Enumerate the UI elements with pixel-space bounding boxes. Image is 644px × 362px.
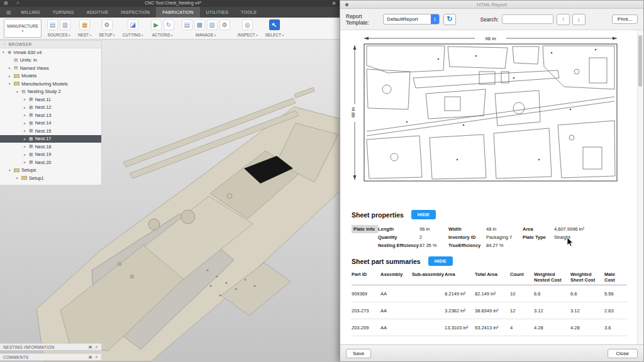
search-input[interactable] [502,14,553,24]
expand-icon[interactable] [24,113,29,117]
dock-icon[interactable]: ▣ [88,344,92,349]
tree-item-nest-12[interactable]: Nest.12 [0,104,101,112]
group-label-nest[interactable]: NEST [78,33,91,37]
app-grid-icon[interactable]: ▦ [4,1,8,6]
tab-turning[interactable]: TURNING [47,7,80,18]
refresh-button[interactable]: ↻ [443,14,457,25]
search-label: Search: [480,16,498,23]
group-label-cutting[interactable]: CUTTING [123,33,143,37]
expand-icon[interactable] [24,106,29,109]
report-template-dropdown[interactable]: DefaultReport ▴▾ [383,14,440,25]
table-row: 203-209 AA 13.3103 in² 53.2413 in² 4 4.2… [352,319,627,336]
group-label-actions[interactable]: ACTIONS [152,33,173,37]
tree-item-nest-19[interactable]: Nest.19 [0,151,101,159]
scrollbar-track[interactable] [637,30,643,344]
group-label-inspect[interactable]: INSPECT [238,33,258,37]
expand-icon[interactable] [3,50,8,54]
expand-icon[interactable] [9,168,14,172]
find-previous-button[interactable]: ↑ [557,14,570,25]
expand-icon[interactable] [16,90,21,94]
inspect-probe-icon[interactable] [242,19,253,30]
toolbar-group-sources: SOURCES [45,19,72,38]
manage-stack-icon[interactable] [207,19,218,30]
group-label-sources[interactable]: SOURCES [47,33,70,37]
tree-item-nest-14[interactable]: Nest.14 [0,119,101,128]
sheet-part-summaries-title: Sheet part summaries [352,258,421,265]
expand-icon[interactable] [9,82,14,85]
expand-icon[interactable] [24,145,29,148]
collapse-icon[interactable]: ∧ [95,354,98,359]
cutting-icon[interactable] [128,19,138,30]
browser-header[interactable]: ∷ BROWSER [0,41,101,48]
nest-icon [29,112,33,118]
close-button[interactable]: Close [608,349,638,358]
tab-fabrication[interactable]: FABRICATION [156,7,199,18]
generate-icon[interactable] [164,19,174,30]
nest-icon[interactable] [79,19,90,30]
tree-item-nest-17-selected[interactable]: Nest.17 [0,135,101,143]
table-row: 203-273 AA 3.2362 in² 38.8349 in² 12 3.1… [352,302,627,319]
save-button[interactable]: Save [346,349,371,358]
dropdown-arrows-icon: ▴▾ [431,14,439,24]
select-cursor-icon[interactable] [269,19,280,30]
tree-item-models[interactable]: Models [0,72,101,80]
tab-inspection[interactable]: INSPECTION [114,7,156,18]
tab-milling[interactable]: MILLING [15,7,47,18]
tree-item-nesting-study[interactable]: Nesting Study 2 [0,88,101,96]
expand-icon[interactable] [16,176,21,180]
plate-info-table: Plate info Length 96 in Width 48 in Area… [352,225,623,250]
tree-item-root[interactable]: Vimek 630 v4 [0,48,101,57]
tree-label: Nest.15 [35,128,52,134]
hide-part-summaries-button[interactable]: HIDE [428,256,453,266]
manufacture-dropdown[interactable]: MANUFACTURE ▾ [4,19,42,38]
close-icon[interactable]: ✕ [330,0,338,7]
manage-gear-icon[interactable] [219,19,230,30]
report-titlebar[interactable]: HTML Report [340,1,643,9]
tree-item-nest-11[interactable]: Nest.11 [0,96,101,104]
scrollbar-thumb[interactable] [638,35,642,87]
tree-item-nest-18[interactable]: Nest.18 [0,143,101,151]
comments-panel[interactable]: COMMENTS ▣ ∧ [0,353,102,361]
dock-icon[interactable]: ▣ [88,354,92,359]
tab-tools[interactable]: TOOLS [235,7,263,18]
group-label-select[interactable]: SELECT [265,33,284,37]
tab-utilities[interactable]: UTILITIES [200,7,235,18]
expand-icon[interactable] [24,153,29,156]
expand-icon[interactable] [24,137,29,141]
expand-icon[interactable] [24,160,29,164]
manage-grid-icon[interactable] [194,19,205,30]
find-next-button[interactable]: ↓ [572,14,586,25]
tree-item-nest-20[interactable]: Nest.20 [0,158,101,167]
group-label-setup[interactable]: SETUP [99,33,115,37]
tree-item-nest-13[interactable]: Nest.13 [0,111,101,119]
table-header-row: Part ID Assembly Sub-assembly Area Total… [352,272,627,285]
source-stack-icon[interactable] [60,19,70,30]
tree-item-nest-15[interactable]: Nest.15 [0,127,101,135]
source-sheet-icon[interactable] [47,19,58,30]
tree-item-named-views[interactable]: Named Views [0,64,101,72]
tree-item-setup1[interactable]: Setup1 [0,174,101,182]
hide-sheet-properties-button[interactable]: HIDE [411,210,436,219]
group-label-manage[interactable]: MANAGE [196,33,216,37]
tree-item-setups[interactable]: Setups [0,167,101,175]
collapse-icon[interactable]: ∧ [95,344,98,349]
visibility-icon[interactable] [8,50,11,55]
tree-item-units[interactable]: Units: in [0,57,101,65]
tab-additive[interactable]: ADDITIVE [80,7,115,18]
expand-icon[interactable] [9,66,14,70]
simulate-icon[interactable] [151,19,162,30]
html-report-window: HTML Report Report Template: DefaultRepo… [340,0,644,362]
expand-icon[interactable] [9,74,14,78]
toolbar-group-manage: MANAGE [180,19,232,38]
menu-icon[interactable]: ≡ [16,1,19,5]
expand-icon[interactable] [24,121,29,125]
nesting-information-panel[interactable]: NESTING INFORMATION ▣ ∧ [0,343,102,351]
expand-icon[interactable] [24,129,29,133]
setup-gear-icon[interactable] [102,19,113,30]
workspace-grid-icon[interactable]: ▦ [3,7,15,18]
tree-item-manufacturing-models[interactable]: Manufacturing Models [0,80,101,88]
folder-icon [14,74,19,78]
manage-doc-icon[interactable] [182,19,192,30]
expand-icon[interactable] [24,97,29,101]
print-button[interactable]: Print... [612,14,638,24]
